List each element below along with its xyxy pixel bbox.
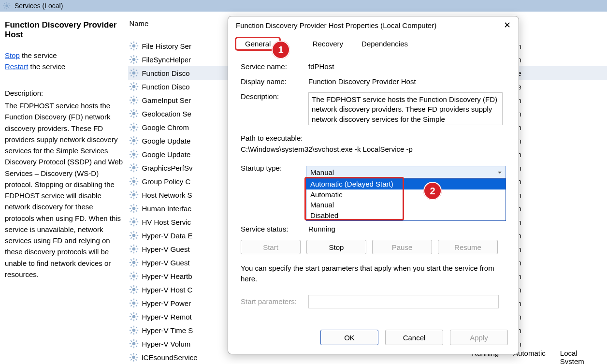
- gear-icon: [129, 285, 139, 294]
- gear-icon: [129, 68, 139, 78]
- stop-button[interactable]: Stop: [306, 240, 366, 254]
- path-label: Path to executable:: [241, 134, 506, 142]
- callout-2: 2: [423, 182, 442, 200]
- restart-service-link[interactable]: Restart: [5, 62, 28, 71]
- callout-1: 1: [272, 41, 290, 59]
- description-label: Description:: [241, 92, 308, 125]
- ok-button[interactable]: OK: [320, 330, 378, 345]
- service-logon: Local System: [560, 349, 598, 364]
- gear-icon: [129, 339, 139, 349]
- gear-icon: [129, 176, 139, 186]
- description-box[interactable]: The FDPHOST service hosts the Function D…: [308, 92, 503, 125]
- selected-service-heading: Function Discovery Provider Host: [5, 20, 124, 40]
- startup-option[interactable]: Automatic (Delayed Start): [306, 179, 506, 189]
- apply-button: Apply: [450, 330, 508, 345]
- description-heading: Description:: [5, 89, 124, 97]
- startup-type-select[interactable]: Manual: [306, 166, 506, 178]
- service-name-label: Service name:: [241, 62, 308, 71]
- gear-icon: [129, 312, 139, 321]
- startup-type-dropdown[interactable]: Automatic (Delayed Start)AutomaticManual…: [306, 178, 506, 221]
- resume-button: Resume: [438, 240, 498, 254]
- gear-icon: [129, 298, 139, 308]
- path-value: C:\Windows\system32\svchost.exe -k Local…: [241, 145, 506, 153]
- startup-option[interactable]: Disabled: [306, 210, 506, 221]
- gear-icon: [129, 231, 139, 240]
- gear-icon: [129, 136, 139, 146]
- gear-icon: [129, 163, 139, 173]
- start-button: Start: [241, 240, 301, 254]
- service-status-label: Service status:: [241, 225, 308, 233]
- service-name: ICEsoundService: [142, 353, 472, 362]
- description-body: The FDPHOST service hosts the Function D…: [5, 100, 124, 280]
- close-icon[interactable]: ✕: [501, 19, 514, 31]
- gear-icon: [129, 82, 139, 91]
- display-name-value: Function Discovery Provider Host: [308, 77, 506, 86]
- window-titlebar: Services (Local): [0, 0, 607, 12]
- start-params-input: [308, 295, 499, 308]
- properties-dialog: Function Discovery Provider Host Propert…: [228, 16, 519, 354]
- start-params-note: You can specify the start parameters tha…: [241, 263, 502, 284]
- cancel-button[interactable]: Cancel: [385, 330, 443, 345]
- startup-type-label: Startup type:: [241, 164, 306, 178]
- gear-icon: [129, 271, 139, 281]
- pause-button: Pause: [372, 240, 432, 254]
- gear-icon: [129, 55, 139, 64]
- window-title: Services (Local): [14, 2, 63, 10]
- gear-icon: [129, 325, 139, 335]
- services-icon: [3, 2, 11, 10]
- startup-option[interactable]: Manual: [306, 200, 506, 210]
- gear-icon: [129, 217, 139, 227]
- dialog-title: Function Discovery Provider Host Propert…: [236, 21, 436, 29]
- gear-icon: [129, 258, 139, 267]
- startup-option[interactable]: Automatic: [306, 189, 506, 200]
- display-name-label: Display name:: [241, 77, 308, 86]
- stop-service-link[interactable]: Stop: [5, 51, 20, 59]
- tab-recovery[interactable]: Recovery: [304, 37, 352, 51]
- gear-icon: [129, 244, 139, 254]
- gear-icon: [129, 352, 138, 362]
- gear-icon: [129, 95, 139, 105]
- gear-icon: [129, 41, 139, 51]
- details-pane: Function Discovery Provider Host Stop th…: [0, 12, 128, 364]
- gear-icon: [129, 190, 139, 200]
- gear-icon: [129, 204, 139, 213]
- gear-icon: [129, 122, 139, 132]
- gear-icon: [129, 109, 139, 118]
- start-params-label: Start parameters:: [241, 297, 308, 306]
- gear-icon: [129, 149, 139, 159]
- tab-dependencies[interactable]: Dependencies: [352, 37, 417, 51]
- service-name-value: fdPHost: [308, 62, 506, 71]
- service-status-value: Running: [308, 225, 335, 233]
